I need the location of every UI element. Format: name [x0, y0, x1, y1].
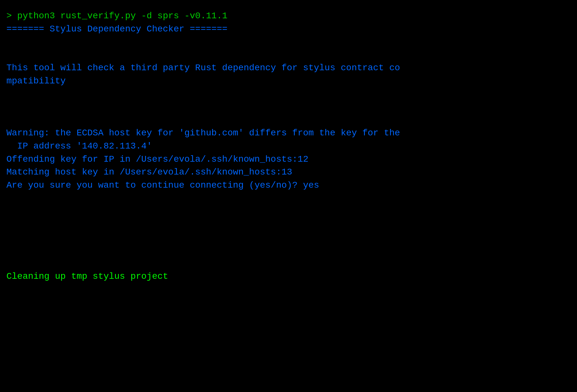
info-line-2: mpatibility — [6, 75, 571, 88]
spacer-4 — [6, 101, 571, 114]
spacer-9 — [6, 231, 571, 244]
warning-line-1: Warning: the ECDSA host key for 'github.… — [6, 127, 571, 140]
spacer-5 — [6, 114, 571, 127]
spacer-3 — [6, 88, 571, 101]
info-line-1: This tool will check a third party Rust … — [6, 62, 571, 75]
spacer-2 — [6, 49, 571, 62]
spacer-7 — [6, 205, 571, 218]
warning-line-2: IP address '140.82.113.4' — [6, 140, 571, 153]
matching-line: Matching host key in /Users/evola/.ssh/k… — [6, 166, 571, 179]
spacer-8 — [6, 218, 571, 231]
spacer-1 — [6, 36, 571, 49]
sure-line: Are you sure you want to continue connec… — [6, 179, 571, 192]
spacer-10 — [6, 244, 571, 257]
terminal-window: > python3 rust_verify.py -d sprs -v0.11.… — [6, 10, 571, 382]
spacer-11 — [6, 257, 571, 270]
offending-line: Offending key for IP in /Users/evola/.ss… — [6, 153, 571, 166]
dependency-line: Cleaning up tmp stylus project — [6, 270, 571, 283]
spacer-6 — [6, 192, 571, 205]
header-line: ======= Stylus Dependency Checker ======… — [6, 23, 571, 36]
prompt-line: > python3 rust_verify.py -d sprs -v0.11.… — [6, 10, 571, 23]
